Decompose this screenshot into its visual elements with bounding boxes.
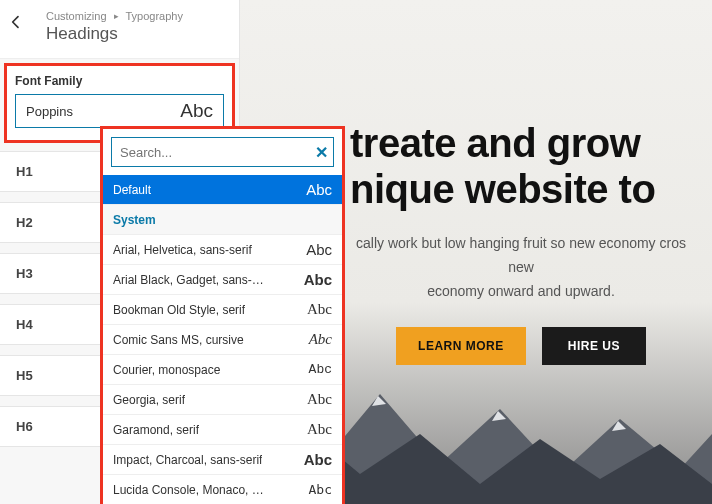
hero-heading-line2: nique website to [350, 166, 692, 212]
dropdown-option-label: Impact, Charcoal, sans-serif [113, 453, 262, 467]
font-family-value: Poppins [26, 104, 73, 119]
dropdown-option-label: Garamond, serif [113, 423, 199, 437]
hero-heading-line1: treate and grow [350, 120, 692, 166]
dropdown-font-option[interactable]: Lucida Console, Monaco, mon…Abc [103, 475, 342, 504]
dropdown-option-preview: Abc [307, 301, 332, 318]
dropdown-option-preview: Abc [309, 482, 332, 497]
breadcrumb-current: Typography [125, 10, 182, 22]
hero-sub-line2: new [350, 256, 692, 280]
hero-sub-line1: cally work but low hanging fruit so new … [350, 232, 692, 256]
dropdown-option-label: Comic Sans MS, cursive [113, 333, 244, 347]
dropdown-section-header: System [103, 205, 342, 235]
dropdown-option-preview: Abc [306, 241, 332, 258]
dropdown-option-label: Default [113, 183, 151, 197]
back-button[interactable] [8, 14, 28, 34]
dropdown-font-option[interactable]: Courier, monospaceAbc [103, 355, 342, 385]
dropdown-option-label: System [113, 213, 156, 227]
dropdown-font-option[interactable]: Comic Sans MS, cursiveAbc [103, 325, 342, 355]
dropdown-list[interactable]: DefaultAbcSystemArial, Helvetica, sans-s… [103, 175, 342, 504]
font-family-preview: Abc [180, 100, 213, 122]
dropdown-option-preview: Abc [307, 421, 332, 438]
dropdown-search-input[interactable] [111, 137, 334, 167]
learn-more-button[interactable]: LEARN MORE [396, 327, 526, 365]
panel-header: Customizing ▸ Typography Headings [0, 0, 239, 59]
dropdown-option-preview: Abc [309, 362, 332, 377]
dropdown-option-label: Georgia, serif [113, 393, 185, 407]
hero-buttons: LEARN MORE HIRE US [350, 327, 692, 365]
breadcrumb-parent: Customizing [46, 10, 107, 22]
chevron-left-icon [8, 14, 24, 30]
dropdown-option-label: Lucida Console, Monaco, mon… [113, 483, 268, 497]
hero-sub-line3: economy onward and upward. [350, 280, 692, 304]
dropdown-search-wrap: ✕ [103, 129, 342, 175]
dropdown-option-preview: Abc [306, 181, 332, 198]
breadcrumb-separator: ▸ [114, 11, 119, 21]
dropdown-font-option[interactable]: Garamond, serifAbc [103, 415, 342, 445]
font-dropdown: ✕ DefaultAbcSystemArial, Helvetica, sans… [100, 126, 345, 504]
breadcrumb: Customizing ▸ Typography [46, 10, 229, 22]
hero-subtext: cally work but low hanging fruit so new … [350, 232, 692, 303]
dropdown-font-option[interactable]: Georgia, serifAbc [103, 385, 342, 415]
dropdown-font-option[interactable]: Bookman Old Style, serifAbc [103, 295, 342, 325]
dropdown-option-label: Courier, monospace [113, 363, 220, 377]
dropdown-option-preview: Abc [304, 451, 332, 468]
dropdown-option-preview: Abc [307, 391, 332, 408]
hire-us-button[interactable]: HIRE US [542, 327, 646, 365]
dropdown-option-label: Bookman Old Style, serif [113, 303, 245, 317]
dropdown-clear-icon[interactable]: ✕ [315, 143, 328, 162]
dropdown-option-preview: Abc [309, 331, 332, 348]
dropdown-option-label: Arial, Helvetica, sans-serif [113, 243, 252, 257]
dropdown-font-option[interactable]: Arial Black, Gadget, sans-serifAbc [103, 265, 342, 295]
dropdown-font-option[interactable]: Arial, Helvetica, sans-serifAbc [103, 235, 342, 265]
dropdown-option-preview: Abc [304, 271, 332, 288]
dropdown-font-option[interactable]: Impact, Charcoal, sans-serifAbc [103, 445, 342, 475]
panel-title: Headings [46, 24, 229, 44]
dropdown-font-option[interactable]: DefaultAbc [103, 175, 342, 205]
dropdown-option-label: Arial Black, Gadget, sans-serif [113, 273, 268, 287]
font-family-label: Font Family [15, 74, 224, 88]
font-family-select[interactable]: Poppins Abc [15, 94, 224, 128]
